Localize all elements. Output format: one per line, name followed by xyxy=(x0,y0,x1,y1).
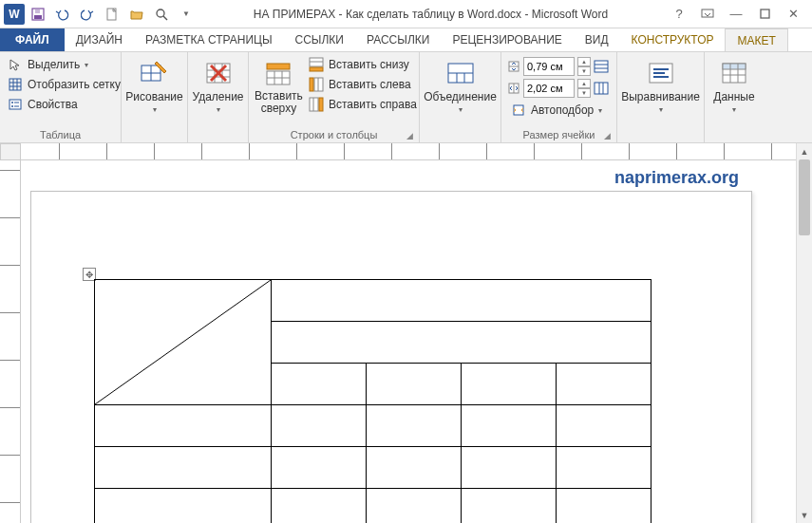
table-cell[interactable] xyxy=(272,364,367,405)
tab-table-layout[interactable]: МАКЕТ xyxy=(725,28,787,51)
svg-point-16 xyxy=(11,105,13,107)
ruler-corner[interactable] xyxy=(0,143,21,160)
window-title: НА ПРИМЕРАХ - Как сделать таблицу в Word… xyxy=(201,8,660,21)
insert-right-button[interactable]: Вставить справа xyxy=(305,95,421,114)
data-icon xyxy=(719,58,749,88)
redo-button[interactable] xyxy=(76,3,99,26)
svg-point-4 xyxy=(157,9,164,17)
tab-review[interactable]: РЕЦЕНЗИРОВАНИЕ xyxy=(441,28,573,51)
delete-table-icon xyxy=(203,58,234,88)
print-preview-button[interactable] xyxy=(150,3,173,26)
data-button[interactable]: Данные▾ xyxy=(708,55,760,117)
draw-table-icon xyxy=(140,58,170,88)
view-gridlines-button[interactable]: Отобразить сетку xyxy=(4,75,124,94)
horizontal-ruler[interactable] xyxy=(21,143,796,160)
vertical-scrollbar[interactable]: ▲ ▼ xyxy=(796,143,812,523)
document-table[interactable] xyxy=(94,279,651,523)
table-cell[interactable] xyxy=(557,447,651,489)
table-cell[interactable] xyxy=(95,489,272,524)
delete-button[interactable]: Удаление▾ xyxy=(190,55,245,117)
table-cell[interactable] xyxy=(272,405,367,447)
table-cell[interactable] xyxy=(557,405,651,447)
autofit-icon xyxy=(511,103,526,118)
dialog-launcher-icon[interactable]: ◢ xyxy=(604,131,611,140)
tab-mailings[interactable]: РАССЫЛКИ xyxy=(355,28,441,51)
svg-rect-41 xyxy=(319,98,323,111)
table-cell[interactable] xyxy=(95,280,272,405)
svg-point-14 xyxy=(11,102,13,103)
table-cell[interactable] xyxy=(272,447,367,489)
vertical-ruler[interactable] xyxy=(0,160,21,523)
table-cell[interactable] xyxy=(95,405,272,447)
svg-rect-8 xyxy=(9,79,21,90)
tab-view[interactable]: ВИД xyxy=(574,28,620,51)
table-cell[interactable] xyxy=(367,364,462,405)
table-cell[interactable] xyxy=(95,447,272,489)
table-cell[interactable] xyxy=(272,280,651,322)
height-spin-down[interactable]: ▼ xyxy=(577,66,591,76)
properties-icon xyxy=(8,97,23,112)
table-cell[interactable] xyxy=(367,447,462,489)
height-spin-up[interactable]: ▲ xyxy=(577,57,591,66)
svg-rect-48 xyxy=(595,61,608,72)
svg-rect-53 xyxy=(595,83,608,94)
autofit-button[interactable]: Автоподбор▾ xyxy=(507,101,609,120)
insert-row-below-icon xyxy=(309,57,324,72)
tab-page-layout[interactable]: РАЗМЕТКА СТРАНИЦЫ xyxy=(134,28,284,51)
scroll-thumb[interactable] xyxy=(799,159,810,235)
insert-below-button[interactable]: Вставить снизу xyxy=(305,55,421,74)
scroll-up-button[interactable]: ▲ xyxy=(797,143,812,159)
table-cell[interactable] xyxy=(367,489,462,524)
properties-button[interactable]: Свойства xyxy=(4,95,124,114)
table-cell[interactable] xyxy=(462,405,557,447)
open-button[interactable] xyxy=(125,3,148,26)
group-label-cellsize: Размер ячейки◢ xyxy=(505,128,613,142)
width-spin-up[interactable]: ▲ xyxy=(577,79,591,88)
scroll-down-button[interactable]: ▼ xyxy=(797,507,812,523)
tab-table-design[interactable]: КОНСТРУКТОР xyxy=(620,28,726,51)
table-cell[interactable] xyxy=(462,447,557,489)
insert-col-right-icon xyxy=(309,97,324,112)
col-width-input[interactable] xyxy=(523,79,575,98)
new-doc-button[interactable] xyxy=(101,3,123,26)
minimize-button[interactable]: — xyxy=(723,3,749,26)
insert-row-above-icon xyxy=(263,58,293,88)
row-height-input[interactable] xyxy=(523,57,575,76)
insert-above-button[interactable]: Вставить сверху xyxy=(253,55,305,118)
distribute-cols-icon[interactable] xyxy=(594,82,609,95)
width-spin-down[interactable]: ▼ xyxy=(577,88,591,98)
maximize-button[interactable] xyxy=(751,3,778,26)
col-width-icon xyxy=(507,82,520,95)
insert-left-button[interactable]: Вставить слева xyxy=(305,75,421,94)
svg-rect-7 xyxy=(761,9,769,18)
tab-file[interactable]: ФАЙЛ xyxy=(0,28,65,51)
insert-col-left-icon xyxy=(309,77,324,92)
svg-rect-1 xyxy=(34,15,42,19)
table-cell[interactable] xyxy=(272,322,651,364)
tab-design[interactable]: ДИЗАЙН xyxy=(65,28,134,51)
page[interactable]: ✥ xyxy=(30,191,752,523)
merge-button[interactable]: Объединение▾ xyxy=(423,55,499,117)
close-button[interactable]: ✕ xyxy=(780,3,806,26)
undo-button[interactable] xyxy=(51,3,74,26)
draw-table-button[interactable]: Рисование▾ xyxy=(124,55,185,117)
table-cell[interactable] xyxy=(462,489,557,524)
qat-customize-icon[interactable]: ▼ xyxy=(175,3,198,26)
table-cell[interactable] xyxy=(367,405,462,447)
tab-references[interactable]: ССЫЛКИ xyxy=(284,28,355,51)
svg-line-5 xyxy=(163,16,167,20)
table-cell[interactable] xyxy=(557,364,651,405)
dialog-launcher-icon[interactable]: ◢ xyxy=(406,131,413,140)
table-cell[interactable] xyxy=(557,489,651,524)
distribute-rows-icon[interactable] xyxy=(594,60,609,73)
alignment-button[interactable]: Выравнивание▾ xyxy=(620,55,702,117)
alignment-icon xyxy=(646,58,676,88)
ribbon-options-button[interactable] xyxy=(694,3,721,26)
table-cell[interactable] xyxy=(272,489,367,524)
select-button[interactable]: Выделить▾ xyxy=(4,55,124,74)
save-button[interactable] xyxy=(27,3,49,26)
table-cell[interactable] xyxy=(462,364,557,405)
help-button[interactable]: ? xyxy=(666,3,692,26)
svg-rect-62 xyxy=(723,64,746,69)
document-area[interactable]: naprimerax.org ✥ xyxy=(21,160,796,523)
